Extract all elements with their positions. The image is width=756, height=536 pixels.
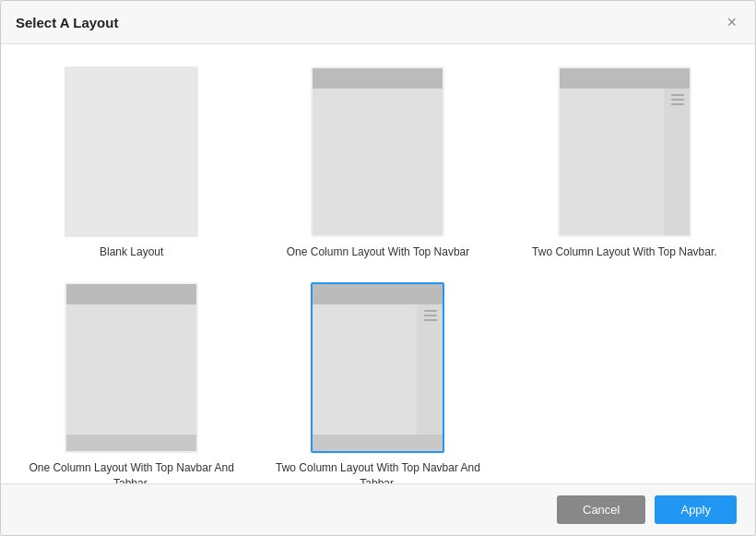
layout-thumbnail-two-col-navbar-tabbar [311, 282, 444, 453]
list-item[interactable]: Blank Layout [23, 66, 240, 260]
dialog-body: Blank Layout One Column Layout With Top … [1, 44, 755, 483]
layout-label: One Column Layout With Top Navbar [287, 244, 470, 260]
layout-grid: Blank Layout One Column Layout With Top … [23, 66, 733, 483]
list-item[interactable]: One Column Layout With Top Navbar [269, 66, 486, 260]
list-item[interactable]: Two Column Layout With Top Navbar. [516, 66, 733, 260]
layout-label: Two Column Layout With Top Navbar And Ta… [269, 460, 486, 483]
dialog-header: Select A Layout × [1, 1, 755, 44]
dialog-footer: Cancel Apply [1, 483, 755, 535]
hamburger-icon [424, 310, 437, 321]
main-area [560, 89, 664, 235]
select-layout-dialog: Select A Layout × Blank Layout One Colum… [0, 0, 756, 536]
navbar-bar [313, 68, 443, 89]
layout-thumbnail-two-col-navbar [558, 66, 691, 237]
tabbar-bar [313, 435, 443, 451]
apply-button[interactable]: Apply [655, 495, 737, 524]
hline-1 [424, 310, 437, 312]
list-item[interactable]: One Column Layout With Top Navbar And Ta… [23, 282, 240, 483]
cancel-button[interactable]: Cancel [557, 495, 645, 524]
hline-2 [671, 99, 684, 101]
sidebar-area [664, 89, 690, 235]
hline-1 [671, 94, 684, 96]
main-area [313, 304, 417, 435]
close-button[interactable]: × [723, 12, 740, 32]
layout-label: Two Column Layout With Top Navbar. [532, 244, 717, 260]
sidebar-area [417, 304, 443, 435]
navbar-bar [313, 284, 443, 304]
navbar-bar [560, 68, 690, 89]
hamburger-icon [671, 94, 684, 105]
dialog-title: Select A Layout [16, 15, 118, 30]
content-area [313, 89, 443, 235]
navbar-bar [66, 284, 196, 304]
tabbar-bar [66, 435, 196, 451]
content-area [66, 304, 196, 435]
layout-thumbnail-one-col-navbar-tabbar [65, 282, 198, 453]
layout-thumbnail-one-col-navbar [311, 66, 444, 237]
hline-3 [424, 319, 437, 321]
hline-3 [671, 103, 684, 105]
layout-label: Blank Layout [100, 244, 163, 260]
hline-2 [424, 315, 437, 316]
layout-thumbnail-blank [65, 66, 198, 237]
list-item[interactable]: Two Column Layout With Top Navbar And Ta… [269, 282, 486, 483]
layout-label: One Column Layout With Top Navbar And Ta… [23, 460, 240, 483]
